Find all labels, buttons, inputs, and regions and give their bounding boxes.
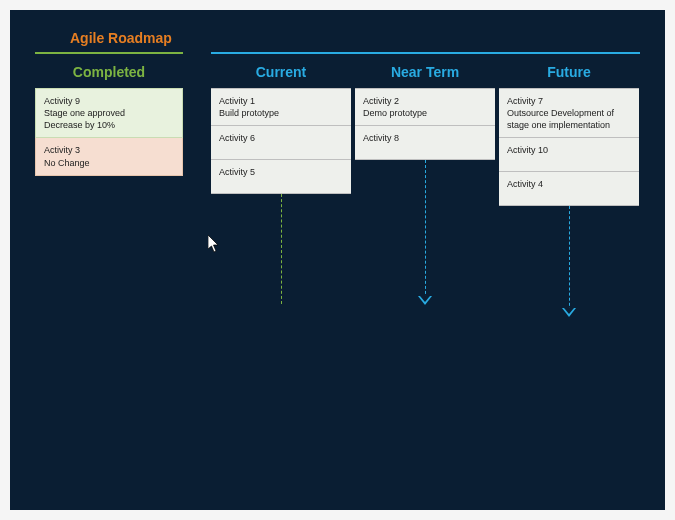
connector-line bbox=[569, 206, 570, 316]
card-title: Activity 9 bbox=[44, 95, 174, 107]
column-header-near: Near Term bbox=[355, 58, 495, 88]
card-desc: Stage one approved bbox=[44, 107, 174, 119]
rule-rest bbox=[211, 52, 640, 54]
card-desc: Outsource Development of stage one imple… bbox=[507, 107, 631, 131]
card-title: Activity 2 bbox=[363, 95, 487, 107]
card-title: Activity 3 bbox=[44, 144, 174, 156]
connector-line bbox=[281, 194, 282, 304]
card-stack: Activity 7 Outsource Development of stag… bbox=[499, 88, 639, 206]
connector bbox=[211, 194, 351, 304]
column-header-future: Future bbox=[499, 58, 639, 88]
card[interactable]: Activity 10 bbox=[499, 138, 639, 172]
column-completed: Completed Activity 9 Stage one approved … bbox=[35, 58, 183, 316]
card[interactable]: Activity 2 Demo prototype bbox=[355, 88, 495, 126]
rule-completed bbox=[35, 52, 183, 54]
chevron-down-icon bbox=[418, 296, 432, 305]
card-desc: Build prototype bbox=[219, 107, 343, 119]
card[interactable]: Activity 9 Stage one approved Decrease b… bbox=[35, 88, 183, 138]
card-title: Activity 6 bbox=[219, 132, 343, 144]
card[interactable]: Activity 5 bbox=[211, 160, 351, 194]
card-title: Activity 7 bbox=[507, 95, 631, 107]
connector bbox=[355, 160, 495, 304]
card-desc: No Change bbox=[44, 157, 174, 169]
card-title: Activity 10 bbox=[507, 144, 631, 156]
card-title: Activity 8 bbox=[363, 132, 487, 144]
card[interactable]: Activity 1 Build prototype bbox=[211, 88, 351, 126]
roadmap-board: Agile Roadmap Completed Activity 9 Stage… bbox=[10, 10, 665, 510]
card[interactable]: Activity 3 No Change bbox=[35, 138, 183, 175]
columns: Completed Activity 9 Stage one approved … bbox=[35, 58, 640, 316]
column-header-current: Current bbox=[211, 58, 351, 88]
column-current: Current Activity 1 Build prototype Activ… bbox=[211, 58, 351, 316]
card[interactable]: Activity 6 bbox=[211, 126, 351, 160]
card[interactable]: Activity 4 bbox=[499, 172, 639, 206]
page-title: Agile Roadmap bbox=[70, 30, 640, 46]
card-title: Activity 4 bbox=[507, 178, 631, 190]
card-desc: Decrease by 10% bbox=[44, 119, 174, 131]
card[interactable]: Activity 7 Outsource Development of stag… bbox=[499, 88, 639, 138]
card-desc: Demo prototype bbox=[363, 107, 487, 119]
connector bbox=[499, 206, 639, 316]
card[interactable]: Activity 8 bbox=[355, 126, 495, 160]
chevron-down-icon bbox=[562, 308, 576, 317]
card-stack: Activity 2 Demo prototype Activity 8 bbox=[355, 88, 495, 160]
card-title: Activity 5 bbox=[219, 166, 343, 178]
column-future: Future Activity 7 Outsource Development … bbox=[499, 58, 639, 316]
column-near-term: Near Term Activity 2 Demo prototype Acti… bbox=[355, 58, 495, 316]
connector-line bbox=[425, 160, 426, 304]
card-stack: Activity 1 Build prototype Activity 6 Ac… bbox=[211, 88, 351, 194]
card-title: Activity 1 bbox=[219, 95, 343, 107]
column-header-completed: Completed bbox=[35, 58, 183, 88]
header-rules bbox=[35, 52, 640, 54]
